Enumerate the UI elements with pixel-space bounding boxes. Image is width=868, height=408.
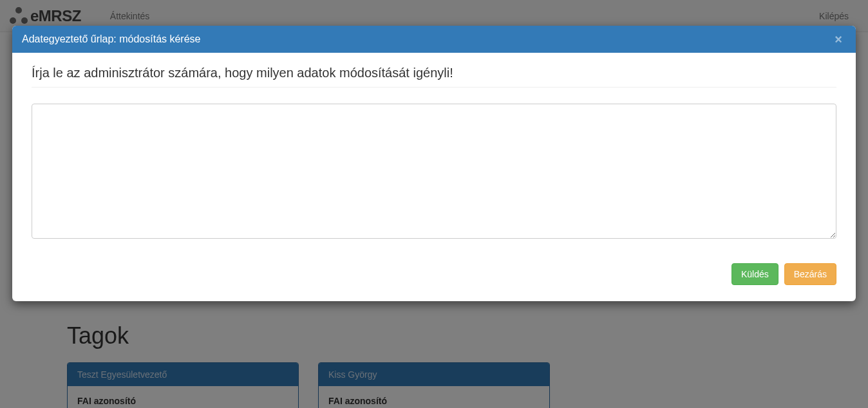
modal-header: Adategyeztető űrlap: módosítás kérése × (12, 26, 856, 53)
close-icon[interactable]: × (831, 32, 846, 46)
modal-instruction: Írja le az adminisztrátor számára, hogy … (32, 66, 836, 88)
modal-body: Írja le az adminisztrátor számára, hogy … (12, 53, 856, 254)
send-button[interactable]: Küldés (731, 263, 778, 285)
close-button[interactable]: Bezárás (784, 263, 836, 285)
modal-footer: Küldés Bezárás (12, 254, 856, 301)
modification-textarea[interactable] (32, 104, 836, 239)
modal-dialog: Adategyeztető űrlap: módosítás kérése × … (12, 26, 856, 301)
modal-title: Adategyeztető űrlap: módosítás kérése (22, 33, 201, 44)
